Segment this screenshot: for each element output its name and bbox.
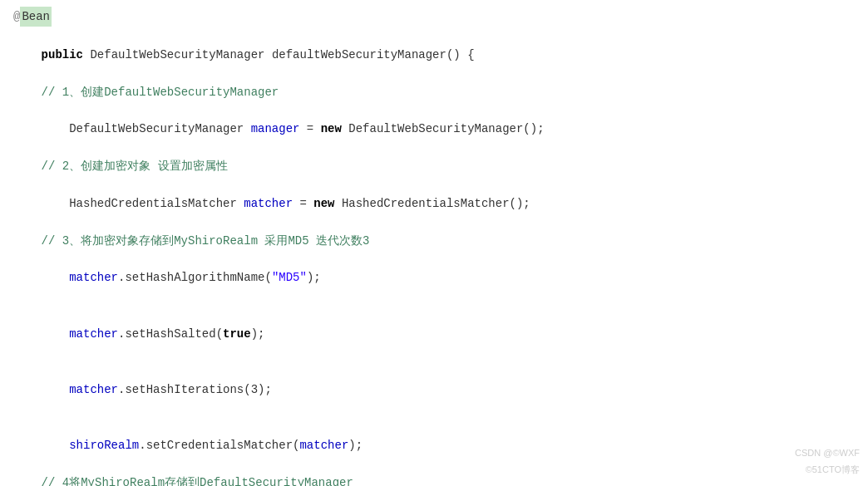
code-line-matcher-init: HashedCredentialsMatcher matcher = new H…: [13, 176, 855, 232]
annotation-line: @Bean: [13, 7, 855, 27]
watermark-51cto: ©51CTO博客: [806, 463, 860, 478]
comment-line-2: // 2、创建加密对象 设置加密属性: [13, 157, 855, 175]
code-container: @Bean public DefaultWebSecurityManager d…: [0, 0, 868, 486]
code-line-manager-init: DefaultWebSecurityManager manager = new …: [13, 101, 855, 157]
watermark-csdn: CSDN @©WXF: [795, 446, 860, 461]
code-line-set-salted: matcher.setHashSalted(true);: [13, 306, 855, 361]
method-name: defaultWebSecurityManager: [272, 48, 446, 61]
at-symbol: @: [13, 7, 20, 26]
comment-line-4: // 4将MyShiroRealm存储到DefaultSecurityManag…: [13, 474, 855, 486]
code-line-set-iter: matcher.setHashIterations(3);: [13, 361, 855, 417]
method-signature: public DefaultWebSecurityManager default…: [13, 27, 855, 82]
comment-line-1: // 1、创建DefaultWebSecurityManager: [13, 83, 855, 101]
annotation-bean: Bean: [20, 7, 52, 27]
return-type: DefaultWebSecurityManager: [83, 48, 272, 61]
comment-line-3: // 3、将加密对象存储到MyShiroRealm 采用MD5 迭代次数3: [13, 232, 855, 250]
code-line-set-creds: shiroRealm.setCredentialsMatcher(matcher…: [13, 418, 855, 474]
code-line-set-hash: matcher.setHashAlgorithmName("MD5");: [13, 250, 855, 306]
kw-public: public: [42, 48, 83, 61]
